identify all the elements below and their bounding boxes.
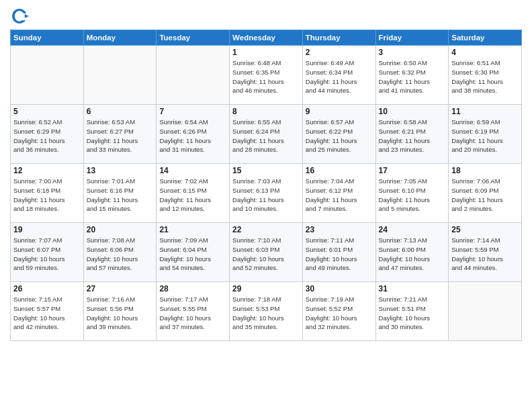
- day-number: 6: [87, 107, 154, 116]
- calendar-cell: 6Sunrise: 6:53 AM Sunset: 6:27 PM Daylig…: [83, 105, 157, 164]
- day-number: 4: [451, 48, 519, 57]
- day-number: 3: [379, 48, 446, 57]
- calendar-body: 1Sunrise: 6:48 AM Sunset: 6:35 PM Daylig…: [11, 46, 522, 341]
- day-info: Sunrise: 7:07 AM Sunset: 6:07 PM Dayligh…: [13, 236, 81, 273]
- calendar-cell: 3Sunrise: 6:50 AM Sunset: 6:32 PM Daylig…: [375, 46, 449, 105]
- day-info: Sunrise: 7:01 AM Sunset: 6:16 PM Dayligh…: [87, 177, 154, 214]
- day-info: Sunrise: 6:55 AM Sunset: 6:24 PM Dayligh…: [232, 118, 300, 154]
- weekday-header: Sunday: [11, 30, 84, 46]
- calendar-cell: 2Sunrise: 6:49 AM Sunset: 6:34 PM Daylig…: [302, 46, 375, 105]
- calendar-week-row: 12Sunrise: 7:00 AM Sunset: 6:18 PM Dayli…: [11, 164, 522, 223]
- calendar-cell: 29Sunrise: 7:18 AM Sunset: 5:53 PM Dayli…: [230, 282, 303, 341]
- calendar-cell: [83, 46, 157, 105]
- calendar-cell: 13Sunrise: 7:01 AM Sunset: 6:16 PM Dayli…: [83, 164, 157, 223]
- calendar-cell: 25Sunrise: 7:14 AM Sunset: 5:59 PM Dayli…: [449, 223, 522, 282]
- day-info: Sunrise: 6:51 AM Sunset: 6:30 PM Dayligh…: [451, 58, 519, 95]
- calendar-cell: 22Sunrise: 7:10 AM Sunset: 6:03 PM Dayli…: [230, 223, 303, 282]
- weekday-header: Friday: [375, 30, 449, 46]
- day-number: 23: [306, 225, 373, 234]
- day-info: Sunrise: 6:53 AM Sunset: 6:27 PM Dayligh…: [87, 118, 154, 154]
- calendar-week-row: 1Sunrise: 6:48 AM Sunset: 6:35 PM Daylig…: [11, 46, 522, 105]
- calendar-cell: [157, 46, 230, 105]
- day-info: Sunrise: 7:19 AM Sunset: 5:52 PM Dayligh…: [306, 295, 373, 332]
- day-number: 18: [451, 166, 519, 175]
- calendar-cell: 4Sunrise: 6:51 AM Sunset: 6:30 PM Daylig…: [449, 46, 522, 105]
- day-number: 13: [87, 166, 154, 175]
- calendar-cell: 5Sunrise: 6:52 AM Sunset: 6:29 PM Daylig…: [11, 105, 84, 164]
- day-number: 30: [306, 284, 373, 293]
- svg-marker-0: [25, 14, 29, 18]
- weekday-row: SundayMondayTuesdayWednesdayThursdayFrid…: [11, 30, 522, 46]
- day-number: 7: [159, 107, 226, 116]
- day-number: 16: [306, 166, 373, 175]
- day-info: Sunrise: 7:11 AM Sunset: 6:01 PM Dayligh…: [306, 236, 373, 273]
- day-info: Sunrise: 6:49 AM Sunset: 6:34 PM Dayligh…: [306, 58, 373, 95]
- day-info: Sunrise: 7:06 AM Sunset: 6:09 PM Dayligh…: [451, 177, 519, 214]
- day-info: Sunrise: 7:16 AM Sunset: 5:56 PM Dayligh…: [87, 295, 154, 332]
- calendar-week-row: 5Sunrise: 6:52 AM Sunset: 6:29 PM Daylig…: [11, 105, 522, 164]
- day-info: Sunrise: 7:13 AM Sunset: 6:00 PM Dayligh…: [379, 236, 446, 273]
- day-number: 20: [87, 225, 154, 234]
- day-info: Sunrise: 6:59 AM Sunset: 6:19 PM Dayligh…: [451, 118, 519, 154]
- calendar-cell: 9Sunrise: 6:57 AM Sunset: 6:22 PM Daylig…: [302, 105, 375, 164]
- weekday-header: Thursday: [302, 30, 375, 46]
- day-info: Sunrise: 6:57 AM Sunset: 6:22 PM Dayligh…: [306, 118, 373, 154]
- calendar-cell: 21Sunrise: 7:09 AM Sunset: 6:04 PM Dayli…: [157, 223, 230, 282]
- day-number: 29: [232, 284, 300, 293]
- day-number: 19: [13, 225, 81, 234]
- calendar-cell: [11, 46, 84, 105]
- calendar-cell: 19Sunrise: 7:07 AM Sunset: 6:07 PM Dayli…: [11, 223, 84, 282]
- calendar-cell: 11Sunrise: 6:59 AM Sunset: 6:19 PM Dayli…: [449, 105, 522, 164]
- logo-icon: [10, 7, 29, 26]
- day-number: 11: [451, 107, 519, 116]
- calendar-cell: 15Sunrise: 7:03 AM Sunset: 6:13 PM Dayli…: [230, 164, 303, 223]
- day-info: Sunrise: 6:52 AM Sunset: 6:29 PM Dayligh…: [13, 118, 81, 154]
- day-number: 25: [451, 225, 519, 234]
- day-info: Sunrise: 7:17 AM Sunset: 5:55 PM Dayligh…: [159, 295, 226, 332]
- day-number: 15: [232, 166, 300, 175]
- day-info: Sunrise: 7:05 AM Sunset: 6:10 PM Dayligh…: [379, 177, 446, 214]
- header: [10, 7, 522, 26]
- page: SundayMondayTuesdayWednesdayThursdayFrid…: [0, 0, 532, 411]
- weekday-header: Monday: [83, 30, 157, 46]
- logo: [10, 7, 32, 26]
- day-info: Sunrise: 6:48 AM Sunset: 6:35 PM Dayligh…: [232, 58, 300, 95]
- day-info: Sunrise: 7:02 AM Sunset: 6:15 PM Dayligh…: [159, 177, 226, 214]
- calendar-cell: 14Sunrise: 7:02 AM Sunset: 6:15 PM Dayli…: [157, 164, 230, 223]
- day-info: Sunrise: 7:04 AM Sunset: 6:12 PM Dayligh…: [306, 177, 373, 214]
- day-info: Sunrise: 7:08 AM Sunset: 6:06 PM Dayligh…: [87, 236, 154, 273]
- day-number: 12: [13, 166, 81, 175]
- day-number: 9: [306, 107, 373, 116]
- calendar-cell: 23Sunrise: 7:11 AM Sunset: 6:01 PM Dayli…: [302, 223, 375, 282]
- day-number: 22: [232, 225, 300, 234]
- calendar-cell: 28Sunrise: 7:17 AM Sunset: 5:55 PM Dayli…: [157, 282, 230, 341]
- calendar-cell: 31Sunrise: 7:21 AM Sunset: 5:51 PM Dayli…: [375, 282, 449, 341]
- day-info: Sunrise: 7:00 AM Sunset: 6:18 PM Dayligh…: [13, 177, 81, 214]
- day-number: 10: [379, 107, 446, 116]
- day-number: 27: [87, 284, 154, 293]
- calendar-cell: 26Sunrise: 7:15 AM Sunset: 5:57 PM Dayli…: [11, 282, 84, 341]
- day-info: Sunrise: 6:54 AM Sunset: 6:26 PM Dayligh…: [159, 118, 226, 154]
- day-info: Sunrise: 7:15 AM Sunset: 5:57 PM Dayligh…: [13, 295, 81, 332]
- calendar-cell: 24Sunrise: 7:13 AM Sunset: 6:00 PM Dayli…: [375, 223, 449, 282]
- day-number: 1: [232, 48, 300, 57]
- calendar-week-row: 19Sunrise: 7:07 AM Sunset: 6:07 PM Dayli…: [11, 223, 522, 282]
- calendar-cell: 8Sunrise: 6:55 AM Sunset: 6:24 PM Daylig…: [230, 105, 303, 164]
- day-number: 5: [13, 107, 81, 116]
- calendar-header: SundayMondayTuesdayWednesdayThursdayFrid…: [11, 30, 522, 46]
- day-number: 26: [13, 284, 81, 293]
- weekday-header: Wednesday: [230, 30, 303, 46]
- calendar-cell: [449, 282, 522, 341]
- day-info: Sunrise: 7:21 AM Sunset: 5:51 PM Dayligh…: [379, 295, 446, 332]
- calendar-cell: 16Sunrise: 7:04 AM Sunset: 6:12 PM Dayli…: [302, 164, 375, 223]
- day-number: 21: [159, 225, 226, 234]
- weekday-header: Saturday: [449, 30, 522, 46]
- calendar-cell: 18Sunrise: 7:06 AM Sunset: 6:09 PM Dayli…: [449, 164, 522, 223]
- calendar-cell: 17Sunrise: 7:05 AM Sunset: 6:10 PM Dayli…: [375, 164, 449, 223]
- day-info: Sunrise: 6:58 AM Sunset: 6:21 PM Dayligh…: [379, 118, 446, 154]
- day-number: 17: [379, 166, 446, 175]
- calendar-cell: 30Sunrise: 7:19 AM Sunset: 5:52 PM Dayli…: [302, 282, 375, 341]
- day-number: 2: [306, 48, 373, 57]
- day-info: Sunrise: 6:50 AM Sunset: 6:32 PM Dayligh…: [379, 58, 446, 95]
- calendar-cell: 7Sunrise: 6:54 AM Sunset: 6:26 PM Daylig…: [157, 105, 230, 164]
